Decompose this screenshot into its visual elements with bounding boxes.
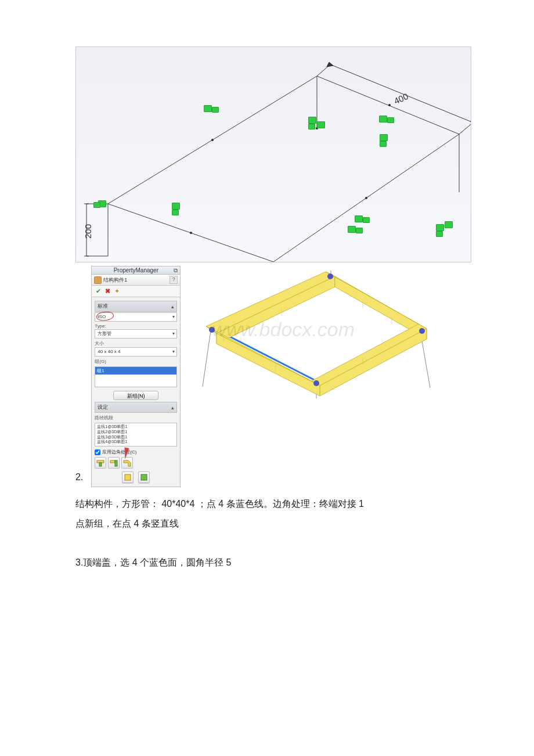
constraint-marker (308, 124, 315, 129)
pm-section-selection[interactable]: 标准 ▴ (95, 301, 177, 312)
type-label: Type: (95, 323, 177, 329)
corner-end-butt2-button[interactable] (108, 457, 120, 469)
svg-marker-19 (124, 460, 131, 466)
pm-feature-row: 结构构件1 ? (92, 275, 180, 286)
svg-marker-14 (470, 120, 471, 125)
svg-point-3 (190, 232, 192, 234)
group-item-1[interactable]: 组1 (95, 367, 176, 375)
svg-marker-13 (327, 62, 333, 67)
step3-line: 3.顶端盖，选 4 个蓝色面，圆角半径 5 (75, 553, 470, 573)
svg-marker-27 (217, 276, 335, 344)
constraint-marker (387, 117, 394, 123)
svg-rect-15 (97, 460, 104, 463)
svg-rect-17 (110, 460, 115, 463)
apply-corner-checkbox[interactable]: 应用边角处理(C) (95, 449, 177, 455)
svg-rect-18 (115, 460, 117, 466)
step-number-2: 2. (75, 472, 83, 487)
svg-line-24 (421, 334, 430, 388)
segment-item[interactable]: 直线2@3D草图1 (97, 430, 175, 435)
settings-label: 设定 (98, 404, 108, 411)
apply-corner-label: 应用边角处理(C) (102, 449, 136, 455)
pushpin-icon[interactable]: ✦ (113, 287, 120, 295)
weldment-preview: www.bdocx.com (189, 266, 438, 399)
group-listbox[interactable]: 组1 (95, 366, 177, 387)
constraint-marker (363, 217, 370, 223)
new-group-button[interactable]: 新组(N) (113, 391, 158, 400)
cancel-button[interactable]: ✖ (104, 287, 111, 295)
size-label: 大小 (95, 340, 177, 347)
corner-end-butt1-button[interactable] (95, 457, 106, 469)
constraint-marker (436, 231, 443, 237)
pm-section-label: 标准 (98, 303, 108, 310)
property-manager-panel: PropertyManager ⧉ 结构构件1 ? ✔ ✖ ✦ 标准 ▴ ISO (91, 266, 181, 487)
constraint-marker (348, 226, 356, 233)
dim-height: 200 (83, 224, 93, 239)
ok-button[interactable]: ✔ (95, 287, 102, 295)
constraint-marker (212, 107, 219, 113)
svg-line-12 (459, 123, 471, 134)
step2-line2: 点新组，在点 4 条竖直线 (75, 514, 470, 534)
svg-marker-31 (312, 324, 427, 386)
path-segments-list[interactable]: 直线1@3D草图1 直线2@3D草图1 直线3@3D草图1 直线4@3D草图1 (95, 423, 177, 447)
constraint-marker (172, 210, 179, 215)
pm-section-settings[interactable]: 设定 ▴ (95, 402, 177, 413)
constraint-marker (172, 203, 180, 210)
segment-item[interactable]: 直线1@3D草图1 (97, 424, 175, 430)
svg-marker-26 (206, 272, 335, 333)
segment-item[interactable]: 直线4@3D草图1 (97, 440, 175, 445)
size-value: 40 x 40 x 4 (98, 349, 120, 354)
help-icon[interactable]: ? (169, 276, 178, 284)
collapse-icon[interactable]: ▴ (171, 304, 174, 309)
pm-titlebar: PropertyManager ⧉ (92, 267, 180, 275)
svg-point-43 (419, 328, 425, 334)
constraint-marker (380, 134, 388, 141)
constraint-marker (204, 105, 212, 112)
svg-point-41 (209, 327, 215, 333)
sketch-3d-figure: 200 400 (75, 46, 471, 262)
corner-treatment-row-2 (95, 471, 177, 483)
group-label: 组(G) (95, 358, 177, 365)
structural-member-icon (94, 276, 102, 284)
corner-option-a-button[interactable] (122, 471, 134, 483)
paragraph-step3: 3.顶端盖，选 4 个蓝色面，圆角半径 5 (75, 553, 470, 573)
step2-line1: 结构构件，方形管： 40*40*4 ；点 4 条蓝色线。边角处理：终端对接 1 (75, 494, 470, 514)
paragraph-step2: 结构构件，方形管： 40*40*4 ；点 4 条蓝色线。边角处理：终端对接 1 … (75, 494, 470, 533)
type-value: 方形管 (98, 331, 111, 336)
path-segments-label: 路径线段 (95, 415, 177, 421)
constraint-marker (308, 117, 316, 124)
size-dropdown[interactable]: 40 x 40 x 4 (95, 347, 177, 357)
svg-point-0 (211, 139, 214, 141)
collapse-icon[interactable]: ▴ (171, 405, 174, 411)
svg-rect-16 (99, 463, 102, 466)
constraint-marker (93, 202, 100, 208)
svg-marker-29 (326, 272, 427, 329)
pm-confirm-row: ✔ ✖ ✦ (92, 286, 180, 297)
type-dropdown[interactable]: 方形管 (95, 329, 177, 339)
svg-point-1 (388, 104, 391, 106)
corner-treatment-row (95, 457, 177, 469)
annotation-circle (96, 311, 114, 321)
corner-option-b-button[interactable] (138, 471, 150, 483)
constraint-marker (445, 221, 453, 228)
svg-point-44 (313, 380, 319, 386)
pin-icon[interactable]: ⧉ (174, 267, 178, 274)
svg-rect-21 (141, 474, 147, 480)
constraint-marker (317, 121, 325, 128)
apply-corner-input[interactable] (95, 449, 100, 455)
constraint-marker (355, 215, 363, 222)
pm-title-text: PropertyManager (114, 267, 158, 273)
standard-dropdown[interactable]: ISO (95, 312, 177, 322)
svg-marker-33 (217, 333, 320, 396)
constraint-marker (380, 141, 387, 147)
pm-feature-name: 结构构件1 (103, 276, 127, 284)
constraint-marker (436, 224, 444, 231)
svg-point-42 (327, 273, 333, 279)
segment-item[interactable]: 直线3@3D草图1 (97, 435, 175, 440)
svg-point-2 (365, 197, 367, 199)
constraint-marker (379, 116, 387, 123)
svg-line-22 (203, 331, 211, 387)
svg-marker-30 (320, 329, 427, 396)
svg-rect-20 (125, 474, 131, 480)
sketch-3d-svg (76, 47, 471, 262)
constraint-marker (356, 228, 363, 233)
